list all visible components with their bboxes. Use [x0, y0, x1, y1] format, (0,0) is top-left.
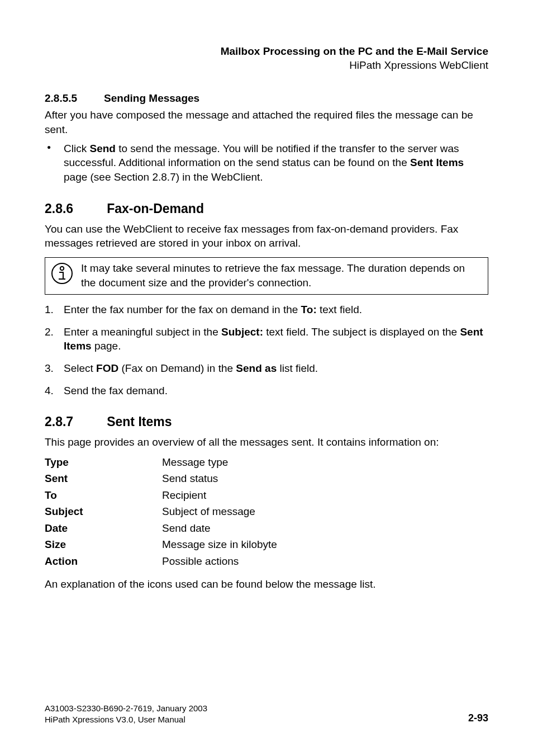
section-286-steps: 1. Enter the fax number for the fax on d…: [45, 303, 488, 398]
text-fragment: text field. The subject is displayed on …: [263, 326, 460, 338]
definition-desc: Send date: [162, 520, 488, 536]
bullet-item: Click Send to send the message. You will…: [45, 141, 488, 185]
section-2855-heading: 2.8.5.5 Sending Messages: [45, 92, 488, 105]
section-title: Sent Items: [107, 414, 172, 429]
definition-term: Date: [45, 520, 162, 536]
step-item: 1. Enter the fax number for the fax on d…: [45, 303, 488, 317]
bold-send-as: Send as: [236, 362, 277, 374]
step-item: 2. Enter a meaningful subject in the Sub…: [45, 325, 488, 353]
section-2855-bullets: Click Send to send the message. You will…: [45, 141, 488, 185]
section-number: 2.8.6: [45, 201, 73, 216]
definition-row: To Recipient: [45, 487, 488, 503]
definition-term: To: [45, 487, 162, 503]
text-fragment: Click: [64, 143, 89, 154]
definition-desc: Subject of message: [162, 503, 488, 519]
bold-subject: Subject:: [221, 326, 263, 338]
section-title: Fax-on-Demand: [107, 201, 204, 216]
definition-desc: Possible actions: [162, 553, 488, 569]
section-287-outro: An explanation of the icons used can be …: [45, 577, 488, 592]
bold-send: Send: [89, 143, 115, 154]
definition-term: Sent: [45, 470, 162, 486]
section-286-heading: 2.8.6 Fax-on-Demand: [45, 201, 488, 216]
section-title: Sending Messages: [104, 92, 199, 105]
step-number: 2.: [45, 325, 54, 339]
section-286-intro: You can use the WebClient to receive fax…: [45, 222, 488, 251]
svg-point-1: [60, 267, 64, 270]
step-number: 3.: [45, 361, 54, 376]
header-title: Mailbox Processing on the PC and the E-M…: [45, 45, 488, 59]
text-fragment: list field.: [277, 362, 318, 374]
text-fragment: page.: [92, 340, 121, 352]
page-footer: A31003-S2330-B690-2-7619, January 2003 H…: [45, 703, 488, 725]
bold-sent-items: Sent Items: [410, 157, 464, 168]
text-fragment: Enter a meaningful subject in the: [64, 326, 221, 338]
text-fragment: Select: [64, 362, 96, 374]
text-fragment: to send the message. You will be notifie…: [64, 143, 459, 169]
step-number: 1.: [45, 303, 54, 317]
definition-row: Subject Subject of message: [45, 503, 488, 519]
definition-term: Size: [45, 536, 162, 552]
definition-desc: Message size in kilobyte: [162, 536, 488, 552]
section-2855-intro: After you have composed the message and …: [45, 108, 488, 136]
section-number: 2.8.5.5: [45, 92, 77, 105]
step-item: 4. Send the fax demand.: [45, 384, 488, 398]
text-fragment: (Fax on Demand) in the: [118, 362, 236, 374]
section-number: 2.8.7: [45, 414, 73, 429]
definition-row: Date Send date: [45, 520, 488, 536]
definition-term: Type: [45, 454, 162, 470]
footer-left: A31003-S2330-B690-2-7619, January 2003 H…: [45, 703, 207, 725]
info-icon: [51, 262, 73, 287]
note-box: It may take several minutes to retrieve …: [45, 257, 488, 295]
definition-term: Action: [45, 553, 162, 569]
definition-row: Size Message size in kilobyte: [45, 536, 488, 552]
section-287-intro: This page provides an overview of all th…: [45, 435, 488, 450]
header-subtitle: HiPath Xpressions WebClient: [45, 59, 488, 73]
footer-line1: A31003-S2330-B690-2-7619, January 2003: [45, 703, 207, 714]
step-number: 4.: [45, 384, 54, 398]
text-fragment: page (see Section 2.8.7) in the WebClien…: [64, 171, 263, 183]
text-fragment: Enter the fax number for the fax on dema…: [64, 304, 301, 315]
definition-list: Type Message type Sent Send status To Re…: [45, 454, 488, 569]
definition-row: Action Possible actions: [45, 553, 488, 569]
page-number: 2-93: [468, 712, 488, 725]
page: Mailbox Processing on the PC and the E-M…: [0, 0, 533, 756]
definition-desc: Recipient: [162, 487, 488, 503]
text-fragment: text field.: [317, 304, 362, 315]
definition-term: Subject: [45, 503, 162, 519]
running-header: Mailbox Processing on the PC and the E-M…: [45, 45, 488, 72]
step-item: 3. Select FOD (Fax on Demand) in the Sen…: [45, 361, 488, 376]
definition-row: Type Message type: [45, 454, 488, 470]
bold-to: To:: [301, 304, 317, 315]
definition-desc: Message type: [162, 454, 488, 470]
note-text: It may take several minutes to retrieve …: [81, 261, 482, 290]
text-fragment: Send the fax demand.: [64, 385, 168, 396]
footer-line2: HiPath Xpressions V3.0, User Manual: [45, 714, 207, 725]
definition-row: Sent Send status: [45, 470, 488, 486]
definition-desc: Send status: [162, 470, 488, 486]
bold-fod: FOD: [96, 362, 118, 374]
section-287-heading: 2.8.7 Sent Items: [45, 414, 488, 429]
